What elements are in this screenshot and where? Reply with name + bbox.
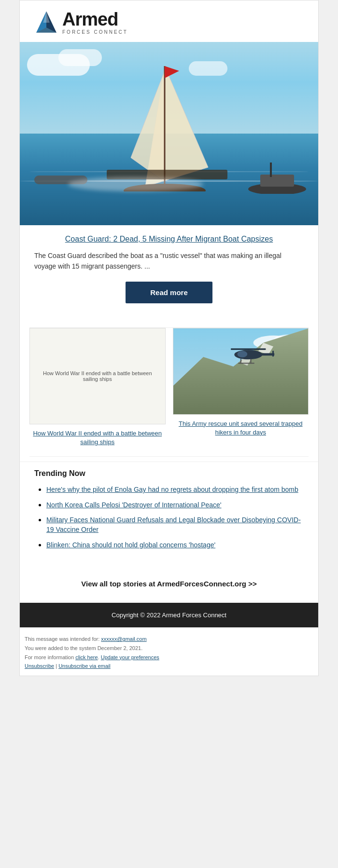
svg-point-19 <box>237 351 247 357</box>
footer-note-line2: You were added to the system December 2,… <box>25 644 313 653</box>
col-army: This Army rescue unit saved several trap… <box>173 328 309 447</box>
ww2-article-title[interactable]: How World War II ended with a battle bet… <box>29 429 166 447</box>
two-col-section: How World War II ended with a battle bet… <box>20 328 318 456</box>
hero-image <box>20 42 318 225</box>
trending-section: Trending Now Here's why the pilot of Eno… <box>20 461 318 565</box>
trending-title: Trending Now <box>34 469 304 478</box>
trending-item-3[interactable]: Military Faces National Guard Refusals a… <box>46 515 304 534</box>
footer-note: This message was intended for: xxxxxx@gm… <box>20 627 318 676</box>
trending-divider <box>29 456 309 457</box>
ww2-image-alt: How World War II ended with a battle bet… <box>35 370 160 382</box>
view-all-section: View all top stories at ArmedForcesConne… <box>20 565 318 603</box>
unsubscribe-link[interactable]: Unsubscribe <box>25 663 54 669</box>
list-item: Here's why the pilot of Enola Gay had no… <box>46 485 304 495</box>
header: Armed FORCES CONNECT <box>20 0 318 42</box>
svg-rect-20 <box>259 353 274 355</box>
unsubscribe-email-link[interactable]: Unsubscribe via email <box>58 663 111 669</box>
logo-brand: Armed <box>62 10 128 28</box>
col-ww2: How World War II ended with a battle bet… <box>29 328 166 447</box>
second-boat <box>246 160 309 194</box>
army-image <box>173 328 309 415</box>
logo: Armed FORCES CONNECT <box>34 10 304 35</box>
update-prefs-link[interactable]: Update your preferences <box>101 654 159 660</box>
click-here-link[interactable]: click here <box>75 654 98 660</box>
svg-rect-11 <box>270 163 272 177</box>
footer-note-line3: For more information click here. Update … <box>25 653 313 662</box>
svg-marker-7 <box>165 66 179 78</box>
logo-icon <box>34 11 58 35</box>
view-all-link[interactable]: View all top stories at ArmedForcesConne… <box>81 580 256 588</box>
cliff-svg <box>173 328 309 414</box>
read-more-button[interactable]: Read more <box>126 282 212 303</box>
trending-item-1[interactable]: Here's why the pilot of Enola Gay had no… <box>46 485 304 495</box>
footer-note-line4: Unsubscribe | Unsubscribe via email <box>25 662 313 671</box>
svg-rect-10 <box>260 175 294 187</box>
email-link[interactable]: xxxxxx@gmail.com <box>101 636 146 642</box>
logo-text: Armed FORCES CONNECT <box>62 10 128 35</box>
list-item: Blinken: China should not hold global co… <box>46 541 304 550</box>
list-item: Military Faces National Guard Refusals a… <box>46 515 304 534</box>
trending-item-4[interactable]: Blinken: China should not hold global co… <box>46 541 304 550</box>
svg-rect-22 <box>231 348 266 350</box>
trending-item-2[interactable]: North Korea Calls Pelosi 'Destroyer of I… <box>46 501 304 510</box>
main-article-excerpt: The Coast Guard described the boat as a … <box>34 250 304 272</box>
hero-image-container <box>20 42 318 225</box>
army-article-title[interactable]: This Army rescue unit saved several trap… <box>173 420 309 437</box>
copyright-text: Copyright © 2022 Armed Forces Connect <box>112 611 226 619</box>
trending-list: Here's why the pilot of Enola Gay had no… <box>34 485 304 550</box>
ww2-image: How World War II ended with a battle bet… <box>29 328 166 424</box>
svg-marker-5 <box>131 71 165 182</box>
logo-subtitle: FORCES CONNECT <box>62 29 128 35</box>
svg-rect-21 <box>272 351 273 356</box>
list-item: North Korea Calls Pelosi 'Destroyer of I… <box>46 501 304 510</box>
footer-note-line1: This message was intended for: xxxxxx@gm… <box>25 635 313 644</box>
main-article-section: Coast Guard: 2 Dead, 5 Missing After Mig… <box>20 225 318 327</box>
footer-bar: Copyright © 2022 Armed Forces Connect <box>20 603 318 627</box>
main-article-title[interactable]: Coast Guard: 2 Dead, 5 Missing After Mig… <box>34 235 304 244</box>
